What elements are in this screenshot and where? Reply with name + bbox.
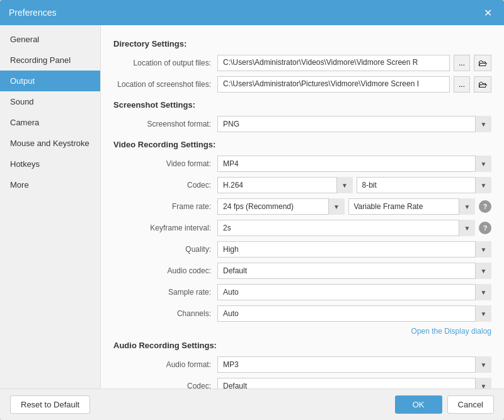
screenshot-location-row: Location of screenshot files: C:\Users\A…: [113, 76, 491, 93]
screenshot-path-display: C:\Users\Administrator\Pictures\Vidmore\…: [217, 76, 450, 93]
ok-button[interactable]: OK: [395, 395, 442, 414]
audio-format-label: Audio format:: [113, 360, 217, 369]
screenshot-format-wrapper: PNG JPG BMP GIF TIFF ▼: [217, 116, 491, 132]
audio-format-controls: MP3AACWAVFLAC ▼: [217, 356, 491, 373]
screenshot-dots-button[interactable]: ...: [454, 76, 470, 93]
reset-button[interactable]: Reset to Default: [10, 395, 90, 414]
framerate-label: Frame rate:: [113, 202, 217, 211]
bit-depth-select[interactable]: 8-bit10-bit: [357, 177, 492, 193]
framerate-row: Frame rate: 24 fps (Recommend)30 fps60 f…: [113, 198, 491, 215]
channels-controls: AutoMonoStereo ▼: [217, 305, 491, 322]
video-format-row: Video format: MP4MOVAVIMKV ▼: [113, 156, 491, 172]
sample-rate-select[interactable]: Auto44100 Hz48000 Hz: [217, 284, 491, 300]
output-location-controls: C:\Users\Administrator\Videos\Vidmore\Vi…: [217, 55, 491, 71]
folder-icon: 🗁: [478, 58, 487, 68]
keyframe-controls: 2s5s10s ▼ ?: [217, 220, 491, 236]
keyframe-select[interactable]: 2s5s10s: [217, 220, 475, 236]
codec-wrapper: H.264H.265VP9 ▼: [217, 177, 353, 193]
audio-format-row: Audio format: MP3AACWAVFLAC ▼: [113, 356, 491, 373]
dialog-title: Preferences: [9, 8, 56, 18]
output-folder-button[interactable]: 🗁: [474, 55, 491, 71]
framerate-wrapper: 24 fps (Recommend)30 fps60 fps ▼: [217, 198, 345, 215]
sidebar-item-general[interactable]: General: [0, 29, 100, 50]
audio-format-select[interactable]: MP3AACWAVFLAC: [217, 356, 491, 373]
display-dialog-link[interactable]: Open the Display dialog: [411, 327, 491, 336]
sidebar-item-hotkeys[interactable]: Hotkeys: [0, 154, 100, 174]
sidebar-item-mouse-keystroke[interactable]: Mouse and Keystroke: [0, 133, 100, 154]
codec-row: Codec: H.264H.265VP9 ▼ 8-bit10-bit ▼: [113, 177, 491, 193]
output-path-display: C:\Users\Administrator\Videos\Vidmore\Vi…: [217, 55, 450, 71]
dialog-footer: Reset to Default OK Cancel: [0, 389, 504, 420]
sidebar-item-more[interactable]: More: [0, 174, 100, 195]
framerate-select[interactable]: 24 fps (Recommend)30 fps60 fps: [217, 198, 345, 215]
audio-codec2-label: Codec:: [113, 382, 217, 389]
video-section-title: Video Recording Settings:: [113, 140, 491, 149]
video-format-label: Video format:: [113, 159, 217, 168]
audio-codec-controls: DefaultAACMP3 ▼: [217, 263, 491, 279]
quality-row: Quality: HighMediumLow ▼: [113, 241, 491, 258]
keyframe-row: Keyframe interval: 2s5s10s ▼ ?: [113, 220, 491, 236]
framerate-help-button[interactable]: ?: [479, 200, 491, 213]
keyframe-wrapper: 2s5s10s ▼: [217, 220, 475, 236]
quality-label: Quality:: [113, 245, 217, 254]
audio-format-wrapper: MP3AACWAVFLAC ▼: [217, 356, 491, 373]
sample-rate-row: Sample rate: Auto44100 Hz48000 Hz ▼: [113, 284, 491, 300]
sidebar: General Recording Panel Output Sound Cam…: [0, 25, 101, 389]
channels-wrapper: AutoMonoStereo ▼: [217, 305, 491, 322]
audio-codec-select[interactable]: DefaultAACMP3: [217, 263, 491, 279]
keyframe-label: Keyframe interval:: [113, 224, 217, 232]
video-format-select[interactable]: MP4MOVAVIMKV: [217, 156, 491, 172]
main-content: Directory Settings: Location of output f…: [101, 25, 504, 389]
quality-select[interactable]: HighMediumLow: [217, 241, 491, 258]
quality-wrapper: HighMediumLow ▼: [217, 241, 491, 258]
variable-framerate-wrapper: Variable Frame RateConstant Frame Rate ▼: [348, 198, 476, 215]
screenshot-section-title: Screenshot Settings:: [113, 100, 491, 110]
folder-icon-2: 🗁: [478, 79, 487, 89]
sidebar-item-output[interactable]: Output: [0, 71, 100, 91]
bit-depth-wrapper: 8-bit10-bit ▼: [357, 177, 492, 193]
screenshot-location-label: Location of screenshot files:: [113, 80, 217, 89]
codec-controls: H.264H.265VP9 ▼ 8-bit10-bit ▼: [217, 177, 491, 193]
codec-select[interactable]: H.264H.265VP9: [217, 177, 353, 193]
audio-codec2-select[interactable]: DefaultAACMP3: [217, 378, 491, 389]
directory-section-title: Directory Settings:: [113, 39, 491, 48]
audio-section-title: Audio Recording Settings:: [113, 341, 491, 350]
title-bar: Preferences ✕: [0, 0, 504, 25]
screenshot-format-controls: PNG JPG BMP GIF TIFF ▼: [217, 116, 491, 132]
screenshot-format-row: Screenshot format: PNG JPG BMP GIF TIFF …: [113, 116, 491, 132]
framerate-controls: 24 fps (Recommend)30 fps60 fps ▼ Variabl…: [217, 198, 491, 215]
quality-controls: HighMediumLow ▼: [217, 241, 491, 258]
audio-codec2-controls: DefaultAACMP3 ▼: [217, 378, 491, 389]
cancel-button[interactable]: Cancel: [447, 395, 494, 414]
footer-actions: OK Cancel: [395, 395, 494, 414]
codec-label: Codec:: [113, 181, 217, 190]
sample-rate-controls: Auto44100 Hz48000 Hz ▼: [217, 284, 491, 300]
screenshot-location-controls: C:\Users\Administrator\Pictures\Vidmore\…: [217, 76, 491, 93]
audio-codec-label: Audio codec:: [113, 266, 217, 275]
audio-codec2-row: Codec: DefaultAACMP3 ▼: [113, 378, 491, 389]
close-button[interactable]: ✕: [480, 5, 495, 20]
sample-rate-wrapper: Auto44100 Hz48000 Hz ▼: [217, 284, 491, 300]
output-dots-button[interactable]: ...: [454, 55, 470, 71]
screenshot-folder-button[interactable]: 🗁: [474, 76, 491, 93]
dialog-body: General Recording Panel Output Sound Cam…: [0, 25, 504, 389]
channels-label: Channels:: [113, 309, 217, 318]
sidebar-item-recording-panel[interactable]: Recording Panel: [0, 50, 100, 71]
channels-row: Channels: AutoMonoStereo ▼: [113, 305, 491, 322]
output-location-row: Location of output files: C:\Users\Admin…: [113, 55, 491, 71]
sidebar-item-camera[interactable]: Camera: [0, 112, 100, 133]
preferences-dialog: Preferences ✕ General Recording Panel Ou…: [0, 0, 504, 420]
audio-codec-row: Audio codec: DefaultAACMP3 ▼: [113, 263, 491, 279]
variable-framerate-select[interactable]: Variable Frame RateConstant Frame Rate: [348, 198, 476, 215]
keyframe-help-button[interactable]: ?: [479, 222, 491, 234]
channels-select[interactable]: AutoMonoStereo: [217, 305, 491, 322]
screenshot-format-select[interactable]: PNG JPG BMP GIF TIFF: [217, 116, 491, 132]
sidebar-item-sound[interactable]: Sound: [0, 91, 100, 112]
audio-codec-wrapper: DefaultAACMP3 ▼: [217, 263, 491, 279]
video-format-wrapper: MP4MOVAVIMKV ▼: [217, 156, 491, 172]
screenshot-format-label: Screenshot format:: [113, 120, 217, 128]
display-link-row: Open the Display dialog: [113, 327, 491, 336]
audio-codec2-wrapper: DefaultAACMP3 ▼: [217, 378, 491, 389]
video-format-controls: MP4MOVAVIMKV ▼: [217, 156, 491, 172]
sample-rate-label: Sample rate:: [113, 288, 217, 297]
